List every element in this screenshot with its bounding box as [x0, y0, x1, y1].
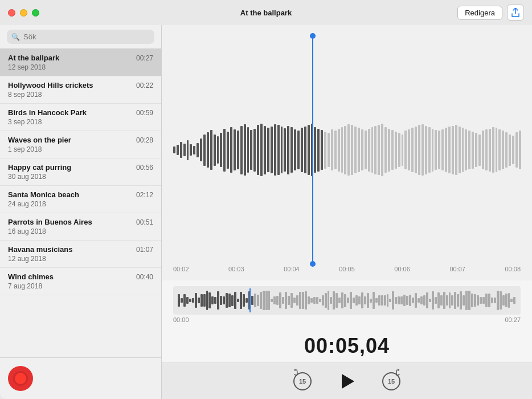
time-ruler-label: 00:04 — [284, 266, 300, 275]
recording-item[interactable]: Santa Monica beach 02:12 24 aug 2018 — [0, 186, 161, 213]
mini-waveform-bar — [426, 292, 428, 308]
recording-duration: 00:22 — [136, 82, 153, 89]
titlebar-actions: Redigera — [457, 5, 524, 21]
window-title: At the ballpark — [240, 9, 292, 17]
waveform-bar — [250, 130, 252, 170]
time-ruler-label: 00:07 — [449, 266, 465, 275]
waveform-bar — [404, 131, 407, 169]
mini-waveform-container[interactable] — [173, 286, 521, 315]
waveform-bar — [344, 126, 346, 174]
recording-item[interactable]: Hollywood Hills crickets 00:22 8 sep 201… — [0, 76, 161, 104]
recording-item[interactable]: Parrots in Buenos Aires 00:51 16 aug 201… — [0, 213, 161, 241]
mini-waveform-bar — [237, 299, 239, 302]
waveform-bar — [418, 125, 420, 175]
recording-date: 1 sep 2018 — [8, 145, 153, 153]
waveform-bar — [492, 127, 494, 173]
mini-waveform-bar — [468, 291, 470, 311]
recording-name: Waves on the pier — [8, 136, 71, 144]
mini-waveform-bar — [344, 294, 346, 307]
maximize-button[interactable] — [32, 9, 39, 17]
mini-waveform-bar — [240, 292, 242, 308]
recording-name: Wind chimes — [8, 272, 54, 281]
mini-waveform-bar — [412, 298, 414, 304]
time-ruler-label: 00:06 — [394, 266, 410, 275]
main-waveform-area[interactable]: 00:0200:0300:0400:0500:0600:0700:08 — [162, 25, 532, 280]
recording-item[interactable]: Havana musicians 01:07 12 aug 2018 — [0, 241, 161, 268]
search-wrapper: 🔍 — [7, 30, 154, 44]
share-button[interactable] — [507, 5, 524, 21]
waveform-bar — [391, 130, 394, 170]
recording-item[interactable]: At the ballpark 00:27 12 sep 2018 — [0, 49, 161, 76]
right-panel: 00:0200:0300:0400:0500:0600:0700:08 00:0… — [162, 25, 532, 399]
mini-waveform-bar — [279, 292, 281, 308]
svg-marker-0 — [294, 369, 297, 371]
record-button[interactable] — [8, 366, 33, 391]
mini-waveform-bar — [347, 298, 349, 303]
recording-name: Santa Monica beach — [8, 190, 79, 199]
playhead-line[interactable] — [312, 36, 313, 263]
mini-waveform-bar — [403, 295, 406, 306]
minimize-button[interactable] — [20, 9, 27, 17]
waveform-bar — [210, 130, 212, 170]
waveform-bar — [435, 130, 437, 170]
mini-waveform-bar — [429, 299, 431, 302]
mini-waveform-bar — [257, 295, 259, 306]
mini-waveform-bar — [203, 294, 206, 307]
waveform-bar — [519, 131, 521, 169]
mini-waveform-bar — [288, 296, 290, 306]
waveform-bar — [190, 144, 192, 156]
recording-duration: 00:51 — [136, 218, 153, 226]
recording-date: 12 aug 2018 — [8, 255, 153, 263]
search-input[interactable] — [23, 32, 150, 41]
skip-forward-button[interactable]: 15 — [381, 371, 402, 392]
recording-item[interactable]: Birds in Hancock Park 00:59 3 sep 2018 — [0, 104, 161, 131]
waveform-bar — [485, 129, 488, 170]
waveform-bar — [465, 129, 467, 170]
waveform-bar — [183, 144, 186, 156]
mini-waveform-bar — [263, 291, 265, 310]
search-bar-container: 🔍 — [0, 25, 161, 49]
mini-waveform-bar — [406, 296, 408, 306]
playhead-bottom-handle[interactable] — [310, 261, 316, 267]
recording-item[interactable]: Waves on the pier 00:28 1 sep 2018 — [0, 131, 161, 158]
waveform-bar — [253, 129, 256, 172]
waveform-bar — [496, 128, 498, 172]
mini-waveform-bar — [186, 297, 189, 304]
waveform-bar — [264, 126, 266, 174]
mini-waveform-bar — [350, 292, 352, 310]
mini-waveform-bar — [505, 294, 508, 308]
playhead-top-handle[interactable] — [310, 33, 316, 39]
mini-waveform-bar — [513, 297, 515, 304]
mini-waveform-bar — [435, 297, 437, 304]
waveform-bar — [455, 125, 457, 175]
waveform-bar — [478, 135, 481, 166]
mini-waveform-bar — [400, 296, 403, 304]
mini-waveform-bar — [364, 296, 366, 304]
waveform-bar — [274, 124, 276, 176]
mini-waveform-bar — [463, 295, 465, 306]
waveform-bar — [173, 146, 175, 153]
skip-forward-label: 15 — [388, 378, 395, 385]
play-button[interactable] — [335, 370, 358, 393]
waveform-bar — [388, 129, 390, 172]
mini-time-label: 00:27 — [505, 316, 521, 323]
waveform-bar — [257, 125, 259, 175]
recording-name: Havana musicians — [8, 245, 72, 254]
edit-button[interactable]: Redigera — [457, 6, 502, 20]
waveform-bar — [203, 135, 206, 166]
recording-date: 8 sep 2018 — [8, 91, 153, 99]
mini-waveform-bar — [451, 295, 453, 306]
mini-waveform-bar — [440, 295, 443, 306]
titlebar: At the ballpark Redigera — [0, 0, 532, 25]
skip-back-button[interactable]: 15 — [292, 371, 313, 392]
mini-playhead[interactable] — [249, 288, 251, 312]
recording-item[interactable]: Happy cat purring 00:56 30 aug 2018 — [0, 158, 161, 186]
recording-item[interactable]: Wind chimes 00:40 7 aug 2018 — [0, 268, 161, 295]
waveform-bar — [267, 128, 269, 172]
close-button[interactable] — [8, 9, 15, 17]
mini-waveform-bar — [290, 293, 293, 307]
waveform-bar — [321, 130, 323, 170]
waveform-bar — [515, 132, 518, 168]
recording-duration: 02:12 — [136, 191, 153, 199]
mini-waveform-bar — [282, 297, 284, 304]
